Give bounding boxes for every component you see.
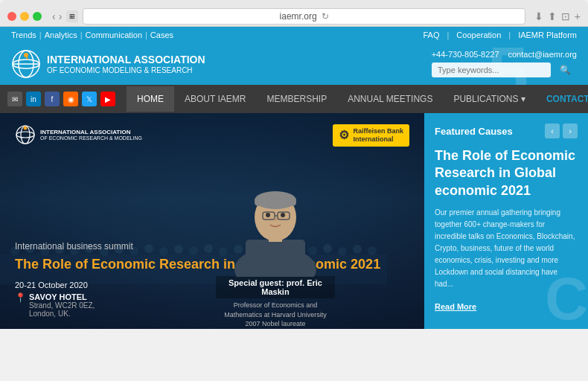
nav-home[interactable]: HOME — [127, 86, 174, 112]
facebook-icon[interactable]: f — [45, 92, 60, 106]
reload-button[interactable]: ↻ — [322, 11, 329, 22]
partner-sub: International — [353, 135, 403, 144]
forward-button[interactable]: › — [59, 10, 63, 22]
speaker-area: Special guest: prof. Eric Maskin Profess… — [216, 161, 335, 329]
nav-membership[interactable]: MEMBERSHIP — [256, 86, 337, 112]
speaker-label: Special guest: prof. Eric Maskin — [216, 276, 335, 298]
hero-content: INTERNATIONAL ASSOCIATION OF ECONOMIC RE… — [15, 124, 409, 176]
download-button[interactable]: ⬇ — [534, 10, 543, 22]
partner-logo: ⚙ Raiffeisen Bank International — [333, 124, 409, 147]
contact-row: +44-730-805-8227 contact@iaemr.org — [432, 50, 577, 59]
hero-main: INTERNATIONAL ASSOCIATION OF ECONOMIC RE… — [0, 113, 424, 329]
header-right: +44-730-805-8227 contact@iaemr.org 🔍 — [432, 50, 577, 78]
logo-icon — [11, 49, 41, 79]
svg-point-42 — [281, 213, 285, 217]
nav-contact[interactable]: CONTACT US — [536, 86, 588, 112]
hero-sidebar: Featured Causes ‹ › The Role of Economic… — [424, 113, 588, 329]
browser-chrome: ‹ › ⊞ iaemr.org ↻ ⬇ ⬆ ⊡ + — [0, 0, 588, 27]
top-bar: Trends | Analytics | Communication | Cas… — [0, 27, 588, 43]
social-icons: ✉ in f ◉ 𝕏 ▶ — [7, 92, 115, 106]
svg-rect-36 — [246, 240, 305, 277]
top-nav: Trends | Analytics | Communication | Cas… — [11, 31, 173, 39]
close-button[interactable] — [7, 12, 16, 21]
minimize-button[interactable] — [20, 12, 29, 21]
event-date: 20-21 October 2020 — [15, 281, 409, 289]
share-button[interactable]: ⬆ — [548, 10, 557, 22]
header: 5 INTERNATIONAL ASSOCIATION OF ECONOMIC … — [0, 43, 588, 85]
search-button[interactable]: 🔍 — [554, 62, 577, 78]
hero-container: INTERNATIONAL ASSOCIATION OF ECONOMIC RE… — [0, 113, 588, 329]
logo-title: INTERNATIONAL ASSOCIATION — [47, 54, 205, 66]
email-address[interactable]: contact@iaemr.org — [508, 50, 578, 59]
linkedin-icon[interactable]: in — [26, 92, 41, 106]
top-faq[interactable]: FAQ — [423, 31, 439, 39]
url-display: iaemr.org — [280, 11, 317, 22]
read-more-link[interactable]: Read More — [435, 302, 476, 311]
partner-name: Raiffeisen Bank — [353, 127, 403, 135]
featured-title: Featured Causes — [435, 126, 513, 137]
logo-subtitle: OF ECONOMIC MODELING & RESEARCH — [47, 66, 205, 74]
youtube-icon[interactable]: ▶ — [100, 92, 115, 106]
event-venue: 📍 SAVOY HOTEL Strand, WC2R 0EZ,London, U… — [15, 292, 409, 318]
phone-number: +44-730-805-8227 — [432, 50, 499, 59]
top-nav-analytics[interactable]: Analytics — [45, 31, 77, 39]
nav-publications[interactable]: PUBLICATIONS ▾ — [443, 86, 535, 112]
top-nav-trends[interactable]: Trends — [11, 31, 36, 39]
hero-logos: INTERNATIONAL ASSOCIATION OF ECONOMIC RE… — [15, 124, 409, 147]
logo-area[interactable]: INTERNATIONAL ASSOCIATION OF ECONOMIC MO… — [11, 49, 205, 79]
search-input[interactable] — [432, 63, 551, 77]
nav-menu: HOME ABOUT IAEMR MEMBERSHIP ANNUAL MEETI… — [127, 86, 588, 112]
featured-next-button[interactable]: › — [563, 124, 578, 138]
fullscreen-button[interactable]: ⊡ — [561, 10, 570, 22]
venue-pin-icon: 📍 — [15, 292, 26, 303]
logo-text: INTERNATIONAL ASSOCIATION OF ECONOMIC MO… — [47, 54, 205, 74]
top-nav-communication[interactable]: Communication — [86, 31, 142, 39]
venue-address: Strand, WC2R 0EZ,London, UK. — [29, 301, 95, 318]
featured-main-title: The Role of Economic Research in Global … — [435, 147, 578, 199]
address-bar[interactable]: iaemr.org ↻ — [83, 8, 525, 25]
featured-description: Our premier annual gathering bringing to… — [435, 207, 578, 290]
back-button[interactable]: ‹ — [52, 10, 56, 22]
svg-rect-40 — [255, 199, 296, 206]
venue-name: SAVOY HOTEL — [29, 292, 95, 301]
top-nav-cases[interactable]: Cases — [150, 31, 173, 39]
org-logo-text: INTERNATIONAL ASSOCIATION OF ECONOMIC RE… — [40, 129, 142, 141]
main-nav: ✉ in f ◉ 𝕏 ▶ HOME ABOUT IAEMR MEMBERSHIP… — [0, 85, 588, 113]
rss-icon[interactable]: ◉ — [63, 92, 78, 106]
tab-icon: ⊞ — [66, 10, 78, 22]
event-label: International business summit — [15, 241, 409, 252]
speaker-image — [227, 161, 324, 277]
nav-buttons: ‹ › — [52, 10, 62, 22]
browser-actions: ⬇ ⬆ ⊡ + — [534, 10, 581, 22]
featured-nav: ‹ › — [545, 124, 578, 138]
org-logo: INTERNATIONAL ASSOCIATION OF ECONOMIC RE… — [15, 124, 142, 145]
featured-prev-button[interactable]: ‹ — [545, 124, 560, 138]
featured-header: Featured Causes ‹ › — [435, 124, 578, 138]
maximize-button[interactable] — [33, 12, 42, 21]
event-title: The Role of Economic Research in Global … — [15, 256, 409, 273]
search-row: 🔍 — [432, 62, 577, 78]
org-globe-icon — [15, 124, 36, 145]
svg-point-33 — [16, 132, 34, 138]
twitter-icon[interactable]: 𝕏 — [82, 92, 97, 106]
nav-meetings[interactable]: ANNUAL MEETINGS — [337, 86, 443, 112]
new-tab-button[interactable]: + — [575, 10, 581, 22]
website: Trends | Analytics | Communication | Cas… — [0, 27, 588, 381]
svg-point-41 — [266, 213, 270, 217]
nav-about[interactable]: ABOUT IAEMR — [174, 86, 256, 112]
speaker-description: Professor of Economics andMathematics at… — [216, 301, 335, 329]
email-icon[interactable]: ✉ — [7, 92, 22, 106]
top-platform[interactable]: IAEMR Platform — [518, 31, 577, 39]
svg-point-34 — [24, 127, 28, 130]
hero-bottom: International business summit The Role o… — [15, 241, 409, 318]
top-right: FAQ | Cooperation | IAEMR Platform — [423, 31, 577, 39]
top-cooperation[interactable]: Cooperation — [456, 31, 501, 39]
traffic-lights — [7, 12, 42, 21]
